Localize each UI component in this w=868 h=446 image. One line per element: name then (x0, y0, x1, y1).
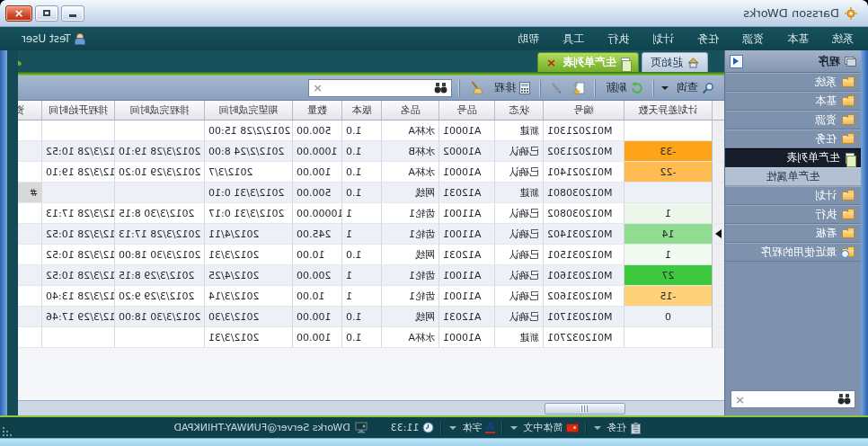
cell-pname[interactable]: 齿轮1 (381, 224, 438, 245)
new-document-button[interactable] (571, 80, 588, 96)
cell-status[interactable]: 已确认 (494, 141, 543, 162)
refresh-button[interactable]: 刷新 (603, 78, 646, 97)
cell-fin[interactable]: 2012/3/29 9:20 (114, 286, 204, 307)
table-row[interactable]: -22M012021401已确认A10001水杯A1.0100.002012/3… (18, 162, 724, 183)
menu-item[interactable]: 系统 (832, 31, 854, 47)
cell-code[interactable]: M012032701 (543, 327, 624, 348)
clock-status-item[interactable]: 11:33 (391, 422, 435, 433)
cell-extra[interactable]: # (18, 183, 41, 203)
cell-want[interactable]: 2012/3/14 (204, 286, 292, 307)
cell-fin[interactable]: 2012/3/29 10:20 (114, 162, 204, 183)
cell-pno[interactable]: A11001 (438, 224, 494, 245)
cell-start[interactable]: 2012/3/28 10:52 (41, 141, 114, 162)
cell-code[interactable]: M012031402 (543, 224, 624, 245)
cell-extra[interactable] (18, 203, 41, 224)
table-row[interactable]: M012032701新建A10001水杯A1.0100.002012/3/31 (18, 327, 724, 348)
menu-item[interactable]: 任务 (697, 31, 719, 47)
table-row[interactable]: -15M012031602已确认A11001齿轮1110.002012/3/14… (18, 286, 724, 307)
menu-item[interactable]: 资源 (742, 31, 764, 47)
cell-diff[interactable] (624, 120, 712, 141)
table-row[interactable]: 0M012031701已确认A12031网线1.0100.002012/3/30… (18, 307, 724, 327)
clear-search-icon[interactable]: × (735, 394, 745, 406)
cell-start[interactable]: 2012/3/28 10:52 (41, 245, 114, 265)
sidebar-collapse-button[interactable] (730, 55, 743, 68)
cell-diff[interactable]: 1 (624, 203, 712, 224)
cell-diff[interactable]: -22 (624, 162, 712, 183)
cell-code[interactable]: M012031602 (543, 286, 624, 307)
cell-code[interactable]: M012021301 (543, 120, 624, 141)
scrollbar-thumb[interactable] (545, 403, 625, 415)
cell-extra[interactable] (18, 141, 41, 162)
sidebar-item[interactable]: 计划 (725, 186, 861, 205)
menu-item[interactable]: 帮助 (518, 31, 539, 47)
column-header-pname[interactable]: 品名 (381, 101, 438, 120)
resize-grip[interactable] (3, 425, 13, 436)
cell-start[interactable] (41, 327, 114, 348)
cell-ver[interactable]: 1.0 (341, 120, 381, 141)
column-header-fin[interactable]: 排程完成时间 (114, 101, 204, 120)
cell-qty[interactable]: 500.00 (292, 120, 341, 141)
cell-pname[interactable]: 水杯A (381, 120, 438, 141)
sidebar-item[interactable]: 最近使用的程序 (725, 243, 861, 262)
cell-code[interactable]: M012031501 (543, 245, 624, 265)
cell-status[interactable]: 已确认 (494, 307, 543, 327)
cell-pname[interactable]: 水杯B (381, 141, 438, 162)
cell-ver[interactable]: 1.0 (341, 183, 381, 203)
query-dropdown-icon[interactable] (661, 86, 669, 90)
cell-extra[interactable] (18, 162, 41, 183)
cell-fin[interactable]: 2012/3/30 18:00 (114, 307, 204, 327)
tab-production-order-list[interactable]: 生产单列表 × (537, 52, 639, 72)
table-row[interactable]: 27M012031601已确认A11001齿轮11200.002012/4/25… (18, 265, 724, 286)
cell-want[interactable]: 2012/3/30 (204, 307, 292, 327)
cell-status[interactable]: 已确认 (494, 286, 543, 307)
minimize-button[interactable] (61, 5, 84, 22)
horizontal-scrollbar[interactable] (18, 400, 724, 415)
cell-ver[interactable]: 1 (341, 203, 381, 224)
cell-status[interactable]: 新建 (494, 183, 543, 203)
cell-want[interactable]: 2012/4/25 (204, 265, 292, 286)
column-header-start[interactable]: 排程开始时间 (41, 101, 114, 120)
query-button[interactable]: 查询 (674, 78, 717, 97)
cell-want[interactable]: 2012/3/31 0:10 (204, 183, 292, 203)
cell-pno[interactable]: A11001 (438, 265, 494, 286)
cell-want[interactable]: 2012/4/11 (204, 224, 292, 245)
maximize-button[interactable] (35, 5, 58, 22)
cell-extra[interactable] (18, 120, 41, 141)
cell-start[interactable]: 2012/3/28 17:13 (41, 203, 114, 224)
cell-ver[interactable]: 1.0 (341, 327, 381, 348)
table-row[interactable]: 1M012030802已确认A11001齿轮1110000.002012/3/3… (18, 203, 724, 224)
sidebar-item[interactable]: 生产单列表 (725, 148, 861, 167)
cell-extra[interactable] (18, 265, 41, 286)
cell-pname[interactable]: 网线 (381, 307, 438, 327)
cell-extra[interactable] (18, 224, 41, 245)
sidebar-item[interactable]: 执行 (725, 205, 861, 224)
cell-status[interactable]: 已确认 (494, 162, 543, 183)
tab-start-page[interactable]: 起始页 (642, 52, 708, 72)
column-header-diff[interactable]: 计划差异天数 (624, 101, 712, 120)
cell-diff[interactable]: 14 (624, 224, 712, 245)
cell-start[interactable] (41, 120, 114, 141)
cell-qty[interactable]: 100.00 (292, 327, 341, 348)
tab-close-icon[interactable]: × (546, 57, 556, 68)
sidebar-item[interactable]: 看板 (725, 224, 861, 243)
cell-qty[interactable]: 245.00 (292, 224, 341, 245)
cell-status[interactable]: 新建 (494, 327, 543, 348)
cell-ver[interactable]: 1 (341, 224, 381, 245)
cell-pno[interactable]: A10001 (438, 162, 494, 183)
cell-qty[interactable]: 100.00 (292, 162, 341, 183)
task-status-item[interactable]: 任务 (594, 421, 642, 434)
cell-pno[interactable]: A10002 (438, 141, 494, 162)
table-row[interactable]: -33M012021302已确认A10002水杯B1.01000.002012/… (18, 141, 724, 162)
cell-start[interactable]: 2012/3/28 19:10 (41, 162, 114, 183)
cell-status[interactable]: 已确认 (494, 265, 543, 286)
cell-pno[interactable]: A12031 (438, 183, 494, 203)
menu-item[interactable]: 计划 (652, 31, 674, 47)
cell-ver[interactable]: 1.0 (341, 245, 381, 265)
cell-pno[interactable]: A12031 (438, 307, 494, 327)
cell-pno[interactable]: A10001 (438, 327, 494, 348)
cell-start[interactable]: 2012/3/28 13:40 (41, 286, 114, 307)
cell-status[interactable]: 已确认 (494, 203, 543, 224)
table-row[interactable]: 1M012031501已确认A12031网线1.010.002012/3/312… (18, 245, 724, 265)
cell-want[interactable]: 2012/2/24 8:00 (204, 141, 292, 162)
cell-pno[interactable]: A10001 (438, 120, 494, 141)
